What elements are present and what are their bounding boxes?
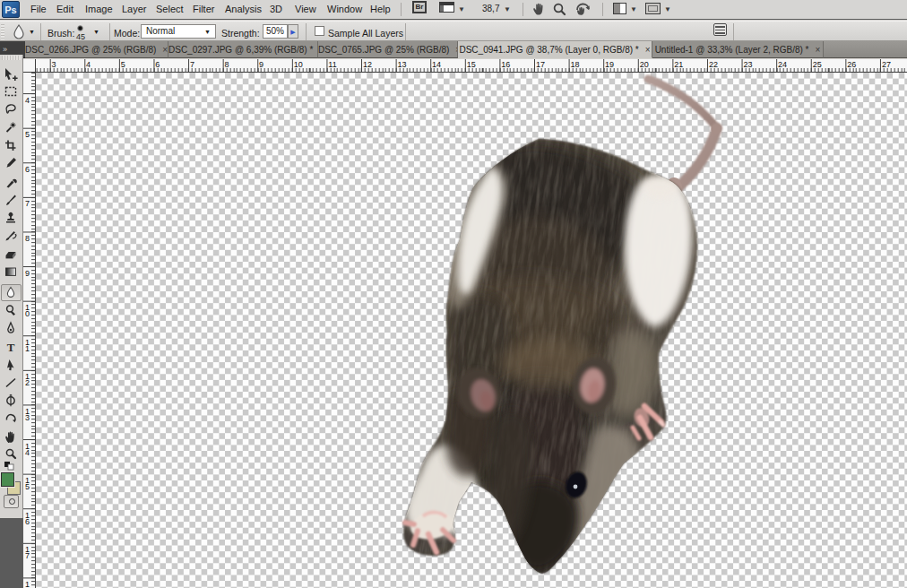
svg-text:T: T — [7, 341, 15, 354]
